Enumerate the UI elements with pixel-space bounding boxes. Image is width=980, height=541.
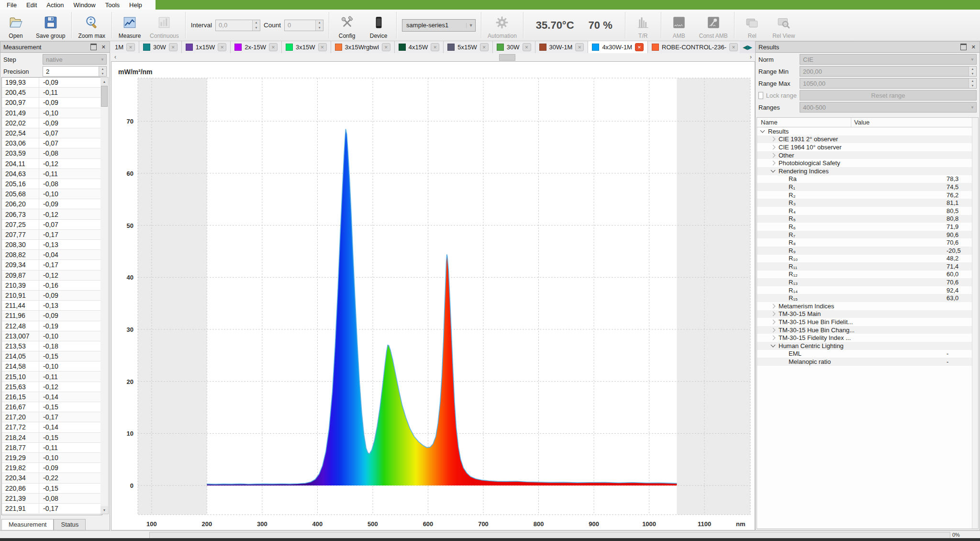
scrollbar-thumb[interactable] [101, 86, 108, 107]
tab-scroll-right-icon[interactable]: ▶ [747, 44, 752, 50]
tab-close-icon[interactable]: ✕ [126, 43, 135, 51]
document-tab[interactable]: 4x30W-1M✕ [588, 41, 648, 53]
ranges-select[interactable]: 400-500 ▼ [800, 102, 977, 113]
tree-row[interactable]: EML- [757, 350, 978, 358]
close-icon[interactable]: ✕ [970, 44, 977, 50]
tab-close-icon[interactable]: ✕ [431, 43, 439, 51]
menu-item-window[interactable]: Window [69, 1, 100, 9]
tab-close-icon[interactable]: ✕ [480, 43, 489, 51]
measurement-row[interactable]: 203,59-0,08 [2, 148, 102, 158]
scrollbar-thumb[interactable] [499, 54, 515, 61]
tree-row[interactable]: R₉-20,5 [757, 247, 978, 255]
tab-close-icon[interactable]: ✕ [635, 43, 644, 51]
tree-row[interactable]: R₆71,9 [757, 223, 978, 231]
tree-row[interactable]: R₁74,5 [757, 183, 978, 191]
menu-item-file[interactable]: File [2, 1, 22, 9]
measurement-row[interactable]: 209,87-0,12 [2, 270, 102, 281]
measurement-row[interactable]: 206,20-0,09 [2, 199, 102, 209]
document-tab[interactable]: 2x-15W✕ [231, 41, 282, 53]
document-tab[interactable]: 4x15W✕ [395, 41, 444, 53]
scroll-right-icon[interactable]: › [746, 54, 755, 60]
tree-row[interactable]: Human Centric Lighting [757, 342, 978, 350]
measurement-row[interactable]: 211,96-0,09 [2, 311, 102, 321]
measurement-row[interactable]: 218,77-0,11 [2, 443, 102, 453]
chart-horizontal-scrollbar[interactable]: ‹ › [111, 53, 755, 61]
tree-row[interactable]: Other [757, 151, 978, 159]
measurement-row[interactable]: 221,91-0,17 [2, 504, 102, 514]
document-tab[interactable]: ROBE-CONTROL-236-✕ [648, 41, 740, 53]
expand-icon[interactable] [771, 145, 776, 150]
tree-row[interactable]: R₁₃70,6 [757, 278, 978, 286]
tree-row[interactable]: R₈70,6 [757, 238, 978, 247]
range-min-input[interactable]: 200,00 ▲▼ [800, 66, 977, 77]
measurement-row[interactable]: 219,29-0,10 [2, 453, 102, 463]
tree-row[interactable]: TM-30-15 Hue Bin Fidelit... [757, 318, 978, 326]
tab-close-icon[interactable]: ✕ [575, 43, 584, 51]
measurement-row[interactable]: 208,82-0,04 [2, 250, 102, 260]
measurement-row[interactable]: 208,30-0,13 [2, 240, 102, 250]
range-max-spinner[interactable]: ▲▼ [969, 79, 976, 88]
tab-status[interactable]: Status [54, 519, 86, 530]
measurement-row[interactable]: 217,72-0,14 [2, 422, 102, 432]
tree-row[interactable]: Melanopic ratio- [757, 358, 978, 366]
measurement-row[interactable]: 204,11-0,12 [2, 159, 102, 169]
measurement-row[interactable]: 213,53-0,18 [2, 341, 102, 351]
menu-item-edit[interactable]: Edit [22, 1, 42, 9]
precision-input[interactable]: 2 ▲▼ [43, 66, 107, 77]
norm-select[interactable]: CIE ▼ [800, 54, 977, 65]
tab-close-icon[interactable]: ✕ [729, 43, 738, 51]
scroll-up-icon[interactable]: ▲ [100, 78, 108, 85]
measurement-row[interactable]: 221,39-0,08 [2, 494, 102, 504]
config-button[interactable]: Config [331, 10, 363, 41]
tree-row[interactable]: Ra78,3 [757, 175, 978, 183]
measurement-row[interactable]: 200,45-0,11 [2, 88, 102, 98]
lock-range-checkbox[interactable] [758, 92, 763, 99]
document-tab[interactable]: 1x15W✕ [182, 41, 231, 53]
interval-input[interactable]: 0,0 ▲▼ [215, 20, 260, 31]
measurement-row[interactable]: 207,25-0,07 [2, 220, 102, 230]
measurement-row[interactable]: 211,44-0,13 [2, 301, 102, 311]
rel-view-button[interactable]: Rel View [768, 10, 800, 41]
tree-row[interactable]: Rendering Indices [757, 167, 978, 175]
document-tab[interactable]: 30W-1M✕ [535, 41, 589, 53]
expand-icon[interactable] [771, 137, 776, 142]
open-button[interactable]: Open [0, 10, 32, 41]
float-window-icon[interactable] [960, 44, 967, 50]
tab-scroll-buttons[interactable]: ◀ ▶ [740, 41, 755, 53]
count-spinner[interactable]: ▲▼ [315, 20, 323, 31]
scroll-down-icon[interactable]: ▼ [100, 506, 108, 514]
tree-row[interactable]: R₂76,2 [757, 191, 978, 199]
amb-button[interactable]: AMB [663, 10, 695, 41]
tree-row[interactable]: R₅80,8 [757, 215, 978, 223]
measurement-row[interactable]: 214,05-0,15 [2, 351, 102, 361]
tab-measurement[interactable]: Measurement [1, 519, 54, 530]
tab-scroll-left-icon[interactable]: ◀ [743, 44, 747, 50]
range-min-spinner[interactable]: ▲▼ [969, 67, 976, 76]
tree-row[interactable]: Results [757, 127, 978, 135]
tree-row[interactable]: R₃81,1 [757, 199, 978, 207]
measurement-row[interactable]: 216,67-0,15 [2, 402, 102, 412]
measurement-table-scrollbar[interactable]: ▲ ▼ [100, 77, 109, 514]
count-input[interactable]: 0 ▲▼ [284, 20, 323, 31]
zoom-max-button[interactable]: Zoom max [74, 10, 110, 41]
measurement-row[interactable]: 216,15-0,14 [2, 392, 102, 402]
precision-spinner[interactable]: ▲▼ [99, 67, 106, 76]
measurement-row[interactable]: 199,93-0,09 [2, 78, 102, 88]
tree-row[interactable]: R₇90,6 [757, 231, 978, 239]
tree-row[interactable]: TM-30-15 Hue Bin Chang... [757, 326, 978, 334]
measurement-row[interactable]: 204,63-0,11 [2, 169, 102, 179]
tree-row[interactable]: R₁₅63,0 [757, 294, 978, 302]
tab-close-icon[interactable]: ✕ [218, 43, 226, 51]
tab-close-icon[interactable]: ✕ [169, 43, 178, 51]
expand-icon[interactable] [771, 304, 776, 308]
measurement-row[interactable]: 209,34-0,17 [2, 260, 102, 270]
results-tree-scrollbar[interactable] [972, 118, 978, 529]
measurement-row[interactable]: 218,24-0,15 [2, 433, 102, 443]
measure-button[interactable]: Measure [114, 10, 145, 41]
expand-icon[interactable] [771, 320, 776, 325]
expand-icon[interactable] [771, 327, 776, 332]
measurement-row[interactable]: 202,54-0,07 [2, 128, 102, 138]
expand-icon[interactable] [771, 161, 776, 166]
measurement-row[interactable]: 200,97-0,09 [2, 98, 102, 108]
spectrum-plot[interactable]: 0102030405060701002003004005006007008009… [111, 62, 755, 530]
